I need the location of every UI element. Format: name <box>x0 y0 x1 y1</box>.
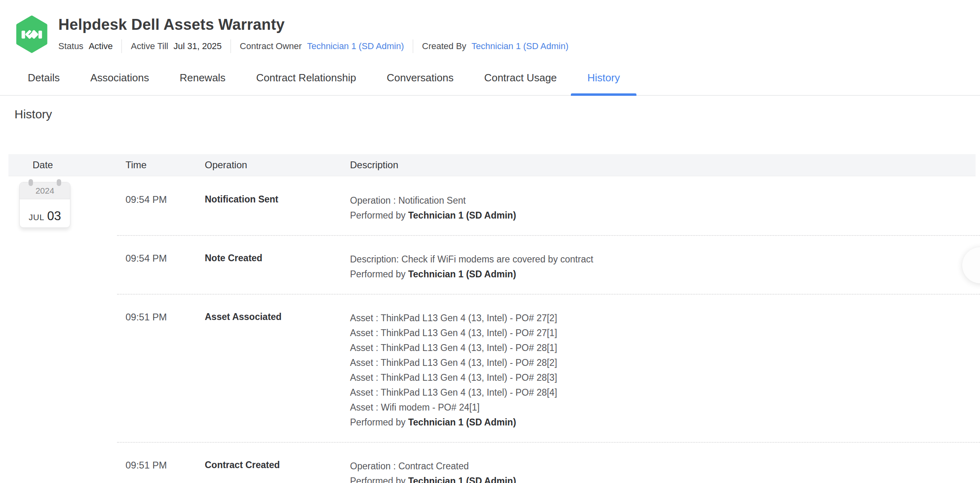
tab-label: Contract Relationship <box>256 72 356 84</box>
description-line: Asset : ThinkPad L13 Gen 4 (13, Intel) -… <box>350 311 980 326</box>
tab-contract-usage[interactable]: Contract Usage <box>484 65 557 95</box>
tab-label: Contract Usage <box>484 72 557 84</box>
meta-divider <box>231 39 231 53</box>
tab-renewals[interactable]: Renewals <box>179 65 225 95</box>
active-till-group: Active Till Jul 31, 2025 <box>131 41 222 52</box>
section-heading: History <box>14 107 980 122</box>
performed-by-line: Performed by Technician 1 (SD Admin) <box>350 267 980 282</box>
date-cell <box>8 252 126 282</box>
created-by-label: Created By <box>422 41 466 52</box>
description-line: Description: Check if WiFi modems are co… <box>350 252 980 267</box>
performed-by-line: Performed by Technician 1 (SD Admin) <box>350 415 980 430</box>
operation-cell: Note Created <box>205 252 350 282</box>
tab-conversations[interactable]: Conversations <box>387 65 453 95</box>
date-cell <box>8 311 126 430</box>
table-header-row: Date Time Operation Description <box>8 154 976 176</box>
tab-bar: Details Associations Renewals Contract R… <box>0 65 980 96</box>
created-by-link[interactable]: Technician 1 (SD Admin) <box>471 41 568 52</box>
active-till-label: Active Till <box>131 41 168 52</box>
history-row: 09:54 PM Note Created Description: Check… <box>8 235 980 294</box>
performed-by-name: Technician 1 (SD Admin) <box>408 476 516 483</box>
history-row: 09:51 PM Asset Associated Asset : ThinkP… <box>8 294 980 442</box>
tab-label: Renewals <box>179 72 225 84</box>
table-body: 2024 JUL 03 09:54 PM Notification Sent O… <box>8 176 980 483</box>
contract-owner-group: Contract Owner Technician 1 (SD Admin) <box>240 41 404 52</box>
contract-header: Helpdesk Dell Assets Warranty Status Act… <box>0 0 980 53</box>
column-header-date: Date <box>8 159 126 171</box>
tab-label: Associations <box>90 72 149 84</box>
description-cell: Asset : ThinkPad L13 Gen 4 (13, Intel) -… <box>350 311 980 430</box>
status-label: Status <box>58 41 83 52</box>
history-row: 09:51 PM Contract Created Operation : Co… <box>8 442 980 483</box>
description-cell: Operation : Contract CreatedPerformed by… <box>350 459 980 483</box>
tab-details[interactable]: Details <box>28 65 60 95</box>
tab-history[interactable]: History <box>587 65 620 95</box>
performed-by-name: Technician 1 (SD Admin) <box>408 269 516 279</box>
operation-cell: Contract Created <box>205 459 350 483</box>
description-line: Asset : ThinkPad L13 Gen 4 (13, Intel) -… <box>350 326 980 341</box>
meta-divider <box>121 39 122 53</box>
description-line: Asset : ThinkPad L13 Gen 4 (13, Intel) -… <box>350 341 980 355</box>
description-line: Operation : Contract Created <box>350 459 980 474</box>
performed-by-name: Technician 1 (SD Admin) <box>408 417 516 427</box>
performed-by-line: Performed by Technician 1 (SD Admin) <box>350 474 980 483</box>
description-line: Operation : Notification Sent <box>350 193 980 208</box>
contract-detail-page: Helpdesk Dell Assets Warranty Status Act… <box>0 0 980 483</box>
tab-label: History <box>587 72 620 84</box>
tab-label: Details <box>28 72 60 84</box>
time-cell: 09:54 PM <box>126 252 205 282</box>
description-line: Asset : ThinkPad L13 Gen 4 (13, Intel) -… <box>350 385 980 400</box>
history-table: Date Time Operation Description 2024 JUL… <box>8 154 980 483</box>
column-header-time: Time <box>126 159 205 171</box>
tab-contract-relationship[interactable]: Contract Relationship <box>256 65 356 95</box>
history-row: 09:54 PM Notification Sent Operation : N… <box>8 176 980 235</box>
tab-associations[interactable]: Associations <box>90 65 149 95</box>
operation-cell: Notification Sent <box>205 193 350 223</box>
status-group: Status Active <box>58 41 113 52</box>
column-header-operation: Operation <box>205 159 350 171</box>
description-line: Asset : ThinkPad L13 Gen 4 (13, Intel) -… <box>350 370 980 385</box>
description-cell: Description: Check if WiFi modems are co… <box>350 252 980 282</box>
contract-meta: Status Active Active Till Jul 31, 2025 C… <box>58 39 568 53</box>
date-cell <box>8 459 126 483</box>
description-line: Asset : ThinkPad L13 Gen 4 (13, Intel) -… <box>350 355 980 370</box>
meta-divider <box>413 39 413 53</box>
header-text: Helpdesk Dell Assets Warranty Status Act… <box>58 14 568 53</box>
status-value: Active <box>89 41 113 52</box>
created-by-group: Created By Technician 1 (SD Admin) <box>422 41 568 52</box>
performed-by-name: Technician 1 (SD Admin) <box>408 210 516 221</box>
active-till-value: Jul 31, 2025 <box>173 41 222 52</box>
contract-owner-link[interactable]: Technician 1 (SD Admin) <box>307 41 404 52</box>
date-cell <box>8 193 126 223</box>
description-cell: Operation : Notification SentPerformed b… <box>350 193 980 223</box>
page-title: Helpdesk Dell Assets Warranty <box>58 15 568 34</box>
description-line: Asset : Wifi modem - PO# 24[1] <box>350 400 980 415</box>
time-cell: 09:54 PM <box>126 193 205 223</box>
contract-owner-label: Contract Owner <box>240 41 302 52</box>
operation-cell: Asset Associated <box>205 311 350 430</box>
time-cell: 09:51 PM <box>126 311 205 430</box>
tab-label: Conversations <box>387 72 453 84</box>
contract-handshake-icon <box>15 15 48 53</box>
time-cell: 09:51 PM <box>126 459 205 483</box>
column-header-description: Description <box>350 159 976 171</box>
performed-by-line: Performed by Technician 1 (SD Admin) <box>350 208 980 223</box>
